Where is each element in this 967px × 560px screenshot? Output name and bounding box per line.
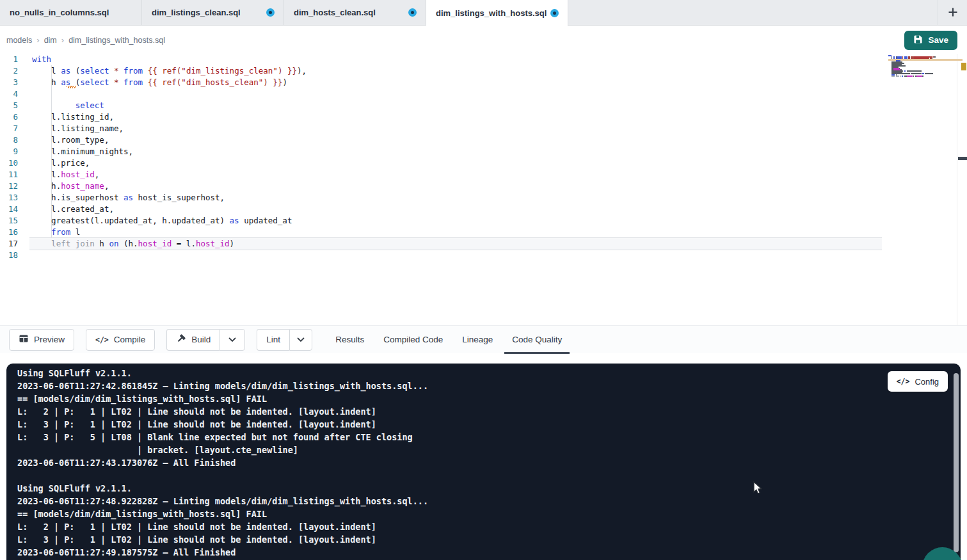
code-line: l.minimum_nights, <box>32 146 307 157</box>
preview-button[interactable]: Preview <box>9 329 74 351</box>
code-editor[interactable]: 123456789101112131415161718 with l as (s… <box>0 54 967 325</box>
overview-ruler-divider <box>957 54 957 325</box>
editor-tab[interactable]: dim_listings_clean.sql <box>142 0 284 25</box>
action-toolbar: Preview </> Compile Build <box>0 325 967 353</box>
breadcrumb-separator-icon: › <box>36 35 39 45</box>
editor-tab[interactable]: no_nulls_in_columns.sql <box>0 0 142 25</box>
compile-label: Compile <box>114 335 146 344</box>
line-number: 7 <box>0 123 19 134</box>
line-number: 18 <box>0 250 19 261</box>
config-label: Config <box>915 377 939 387</box>
tab-label: dim_listings_with_hosts.sql <box>436 8 547 18</box>
line-number: 3 <box>0 77 19 88</box>
code-line: h.host_name, <box>32 180 307 192</box>
line-number-gutter: 123456789101112131415161718 <box>0 54 19 261</box>
line-number: 11 <box>0 169 19 180</box>
tab-bar-spacer <box>568 0 938 25</box>
breadcrumb-segment[interactable]: dim <box>44 36 57 45</box>
line-number: 9 <box>0 146 19 157</box>
build-button[interactable]: Build <box>166 329 220 351</box>
line-number: 8 <box>0 134 19 146</box>
code-line: greatest(l.updated_at, h.updated_at) as … <box>32 215 307 227</box>
code-line: with <box>32 54 307 65</box>
plus-icon <box>948 7 958 19</box>
line-number: 6 <box>0 111 19 123</box>
build-label: Build <box>191 335 211 344</box>
breadcrumb-segment[interactable]: dim_listings_with_hosts.sql <box>68 36 165 45</box>
code-line: l.room_type, <box>32 134 307 146</box>
code-line <box>32 88 307 100</box>
breadcrumb: models›dim›dim_listings_with_hosts.sql <box>6 35 165 45</box>
line-number: 17 <box>0 238 19 250</box>
terminal-log: Using SQLFluff v2.1.1. 2023-06-06T11:27:… <box>6 364 961 559</box>
code-line: l.created_at, <box>32 204 307 215</box>
breadcrumb-segment[interactable]: models <box>6 36 32 45</box>
code-line <box>32 250 307 261</box>
build-split-button: Build <box>166 329 245 351</box>
breadcrumb-separator-icon: › <box>61 35 64 45</box>
code-content: with l as (select * from {{ ref("dim_lis… <box>32 54 307 261</box>
line-number: 12 <box>0 180 19 192</box>
lint-label: Lint <box>266 335 280 344</box>
tab-label: no_nulls_in_columns.sql <box>10 8 109 17</box>
code-line: from l <box>32 227 307 238</box>
save-icon <box>913 35 923 46</box>
editor-tab[interactable]: dim_listings_with_hosts.sql <box>426 0 568 26</box>
tab-bar: no_nulls_in_columns.sqldim_listings_clea… <box>0 0 967 26</box>
unsaved-changes-icon <box>266 8 275 17</box>
new-tab-button[interactable] <box>938 0 967 26</box>
code-line: l as (select * from {{ ref("dim_listings… <box>32 65 307 77</box>
line-number: 16 <box>0 227 19 238</box>
result-tab-results[interactable]: Results <box>328 326 372 354</box>
line-number: 5 <box>0 100 19 111</box>
compile-group: </> Compile <box>86 329 155 351</box>
result-tab-compiled-code[interactable]: Compiled Code <box>376 326 451 354</box>
file-header-row: models›dim›dim_listings_with_hosts.sql S… <box>0 26 967 54</box>
minimap-line <box>888 77 937 78</box>
editor-tab[interactable]: dim_hosts_clean.sql <box>284 0 426 25</box>
line-number: 1 <box>0 54 19 65</box>
minimap[interactable] <box>888 55 937 78</box>
lint-split-button: Lint <box>257 329 312 351</box>
terminal-scrollbar-thumb[interactable] <box>954 373 959 552</box>
line-number: 2 <box>0 65 19 77</box>
lint-button[interactable]: Lint <box>257 329 289 351</box>
code-line: l.listing_id, <box>32 111 307 123</box>
line-number: 15 <box>0 215 19 227</box>
result-tab-code-quality[interactable]: Code Quality <box>504 326 570 354</box>
overview-cursor-mark <box>958 157 967 160</box>
compile-button[interactable]: </> Compile <box>86 329 155 351</box>
preview-label: Preview <box>34 335 65 344</box>
line-number: 13 <box>0 192 19 204</box>
config-button[interactable]: </> Config <box>888 371 948 392</box>
result-tab-lineage[interactable]: Lineage <box>454 326 500 354</box>
tab-label: dim_hosts_clean.sql <box>294 8 376 17</box>
line-number: 4 <box>0 88 19 100</box>
overview-warning-mark <box>961 63 966 70</box>
build-dropdown-button[interactable] <box>220 329 245 351</box>
code-line: l.price, <box>32 157 307 169</box>
hammer-icon <box>176 333 186 346</box>
code-line: l.listing_name, <box>32 123 307 134</box>
chevron-down-icon <box>228 335 236 344</box>
code-line: l.host_id, <box>32 169 307 180</box>
code-brackets-icon: </> <box>897 377 910 386</box>
chevron-down-icon <box>297 335 305 344</box>
editor-tabs: no_nulls_in_columns.sqldim_listings_clea… <box>0 0 568 25</box>
lint-dropdown-button[interactable] <box>289 329 312 351</box>
terminal-panel: Using SQLFluff v2.1.1. 2023-06-06T11:27:… <box>6 364 961 560</box>
preview-table-icon <box>19 333 29 346</box>
line-number: 10 <box>0 157 19 169</box>
tab-label: dim_listings_clean.sql <box>152 8 241 17</box>
code-line: h.is_superhost as host_is_superhost, <box>32 192 307 204</box>
save-label: Save <box>928 35 948 45</box>
code-line: left join h on (h.host_id = l.host_id) <box>32 238 307 250</box>
code-brackets-icon: </> <box>95 335 109 344</box>
unsaved-changes-icon <box>550 9 559 17</box>
line-number: 14 <box>0 204 19 215</box>
code-line: select <box>32 100 307 111</box>
lint-squiggle <box>67 86 76 88</box>
save-button[interactable]: Save <box>904 31 957 50</box>
unsaved-changes-icon <box>408 8 417 17</box>
result-tabs: ResultsCompiled CodeLineageCode Quality <box>328 326 570 354</box>
